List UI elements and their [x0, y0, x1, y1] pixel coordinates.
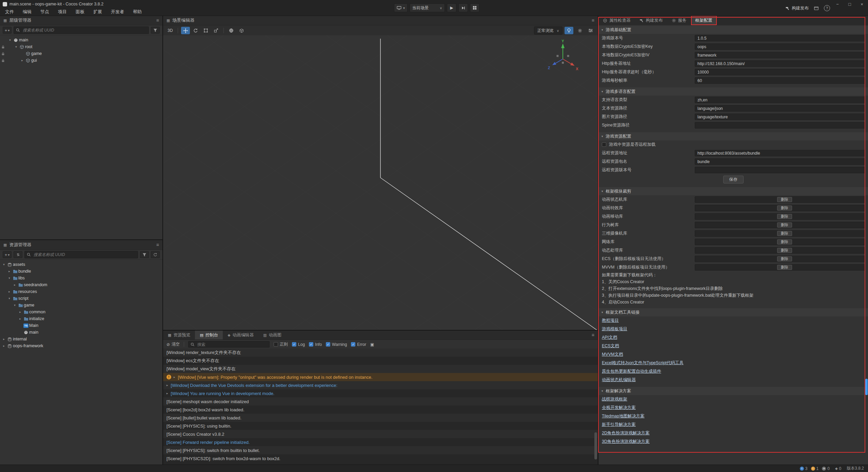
tree-node-seedrandom[interactable]: ▸seedrandom — [0, 281, 162, 288]
console-search-input[interactable] — [197, 342, 267, 347]
tree-node-resources[interactable]: ▸resources — [0, 288, 162, 295]
add-asset-button[interactable]: +▾ — [3, 251, 12, 258]
menu-item-开发者[interactable]: 开发者 — [106, 8, 129, 15]
menu-icon[interactable]: ≡ — [156, 242, 159, 248]
filter-log[interactable]: ✓Log — [292, 342, 305, 347]
tree-node-main[interactable]: ▾main — [0, 37, 162, 43]
log-row[interactable]: [Scene] [PHYSICS]: using builtin. — [163, 422, 598, 430]
expand-arrow-icon[interactable]: ▸ — [18, 317, 23, 320]
status-count[interactable]: !1 — [811, 466, 819, 471]
regex-toggle[interactable]: 正则 — [274, 341, 288, 347]
delete-button[interactable]: 删除 — [777, 222, 792, 228]
expand-arrow-icon[interactable]: ▾ — [12, 303, 17, 307]
close-button[interactable]: × — [856, 0, 868, 8]
rotate-tool-button[interactable] — [191, 27, 200, 34]
filter-warning[interactable]: ✓Warning — [326, 342, 347, 347]
log-row[interactable]: [Window] model_view文件夹不存在 — [163, 365, 598, 373]
scene-select[interactable]: 当前场景 ∨ — [410, 3, 445, 12]
expand-arrow-icon[interactable]: ▸ — [12, 283, 17, 287]
doc-link[interactable]: 动画状态机编辑器 — [602, 377, 636, 383]
field-input[interactable] — [695, 60, 865, 67]
field-input[interactable] — [695, 52, 865, 58]
delete-button[interactable]: 删除 — [777, 256, 792, 261]
menu-item-文件[interactable]: 文件 — [1, 8, 18, 15]
tree-node-assets[interactable]: ▾assets — [0, 261, 162, 268]
section-header[interactable]: ▾游戏资源配置 — [598, 132, 868, 140]
menu-item-节点[interactable]: 节点 — [36, 8, 54, 15]
log-row[interactable]: [Scene] [PHYSICS2D]: switch from box2d-w… — [163, 454, 598, 463]
move-tool-button[interactable] — [181, 27, 190, 34]
doc-link[interactable]: 教程项目 — [602, 318, 619, 323]
tree-node-oops-framework[interactable]: ▸oops-framework — [0, 342, 162, 349]
tree-node-script[interactable]: ▾script — [0, 295, 162, 302]
expand-arrow-icon[interactable]: ▾ — [14, 45, 19, 48]
step-button[interactable] — [458, 3, 468, 12]
menu-item-编辑[interactable]: 编辑 — [18, 8, 36, 15]
checkbox-icon[interactable] — [602, 142, 606, 147]
expand-arrow-icon[interactable]: ▾ — [7, 276, 12, 280]
menu-icon[interactable]: ≡ — [156, 18, 159, 23]
doc-link[interactable]: 战棋游戏框架 — [602, 396, 627, 402]
light-toggle-button[interactable] — [565, 27, 573, 34]
log-row[interactable]: ▸[Window] You are running Vue in develop… — [163, 389, 598, 397]
expand-arrow-icon[interactable]: ▸ — [7, 270, 12, 273]
menu-item-扩展[interactable]: 扩展 — [89, 8, 106, 15]
field-input[interactable] — [695, 167, 865, 173]
world-space-button[interactable] — [227, 27, 236, 34]
inspector-scrollbar[interactable] — [865, 379, 868, 395]
mode-3d-toggle[interactable]: 3D — [166, 27, 175, 34]
tree-node-common[interactable]: ▸common — [0, 309, 162, 315]
maximize-button[interactable]: □ — [844, 0, 856, 8]
scene-viewport[interactable]: Y X Z — [163, 35, 598, 330]
filter-error[interactable]: ✓Error — [351, 342, 366, 347]
delete-button[interactable]: 删除 — [777, 214, 792, 219]
tree-node-game[interactable]: game — [0, 50, 162, 57]
minimize-button[interactable]: − — [831, 0, 844, 8]
tab-动画编辑器[interactable]: ◈动画编辑器 — [223, 331, 258, 339]
doc-link[interactable]: API文档 — [602, 335, 617, 340]
doc-link[interactable]: ECS文档 — [602, 343, 619, 349]
expand-arrow-icon[interactable]: ▸ — [1, 337, 6, 341]
delete-button[interactable]: 删除 — [777, 205, 792, 211]
status-count[interactable]: i3 — [800, 466, 808, 471]
refresh-button[interactable] — [151, 251, 160, 258]
axis-gizmo[interactable]: Y X Z — [544, 39, 581, 75]
checkbox-icon[interactable] — [274, 342, 278, 347]
hierarchy-search-input[interactable] — [22, 27, 146, 33]
tree-node-Main[interactable]: TSMain — [0, 322, 162, 329]
expander-icon[interactable]: ▸ — [174, 375, 175, 379]
section-header[interactable]: ▾游戏基础配置 — [598, 26, 868, 34]
tree-node-main[interactable]: main — [0, 329, 162, 336]
help-button[interactable]: ? — [824, 5, 830, 11]
section-header[interactable]: ▾框架文档工具链接 — [598, 308, 868, 316]
status-count[interactable]: ×0 — [822, 466, 830, 471]
checkbox-icon[interactable]: ✓ — [351, 342, 355, 347]
expand-arrow-icon[interactable]: ▸ — [20, 59, 25, 62]
expand-arrow-icon[interactable]: ▾ — [7, 297, 12, 300]
view-mode-select[interactable]: 正常浏览 ∨ — [534, 26, 563, 35]
add-node-button[interactable]: +▾ — [3, 27, 12, 34]
checkbox-icon[interactable]: ✓ — [309, 342, 313, 347]
expander-icon[interactable]: ▸ — [166, 392, 168, 395]
tab-构建发布[interactable]: 构建发布 — [635, 16, 667, 25]
log-row[interactable]: [Scene] [bullet]:bullet wasm lib loaded. — [163, 414, 598, 422]
field-input[interactable] — [695, 77, 865, 84]
lock-icon[interactable] — [0, 52, 6, 56]
pivot-button[interactable] — [237, 27, 246, 34]
field-input[interactable] — [695, 35, 865, 41]
expand-arrow-icon[interactable]: ▾ — [1, 263, 6, 266]
field-input[interactable] — [695, 114, 865, 120]
lock-icon[interactable] — [0, 59, 6, 62]
scale-tool-button[interactable] — [212, 27, 220, 34]
log-row[interactable]: [Scene] meshopt wasm decoder initialized — [163, 397, 598, 406]
expand-arrow-icon[interactable]: ▸ — [7, 290, 12, 293]
preview-window-button[interactable] — [814, 6, 818, 10]
tab-控制台[interactable]: ▤控制台 — [195, 331, 223, 339]
log-row[interactable]: [Window] ecs文件夹不存在 — [163, 357, 598, 365]
gizmo-settings-button[interactable] — [575, 27, 584, 34]
delete-button[interactable]: 删除 — [777, 248, 792, 253]
section-header[interactable]: ▾框架解决方案 — [598, 387, 868, 395]
collapse-logs-button[interactable]: ▣ — [370, 342, 374, 347]
log-row[interactable]: [Scene] Forward render pipeline initiali… — [163, 438, 598, 446]
field-input[interactable] — [695, 69, 865, 75]
